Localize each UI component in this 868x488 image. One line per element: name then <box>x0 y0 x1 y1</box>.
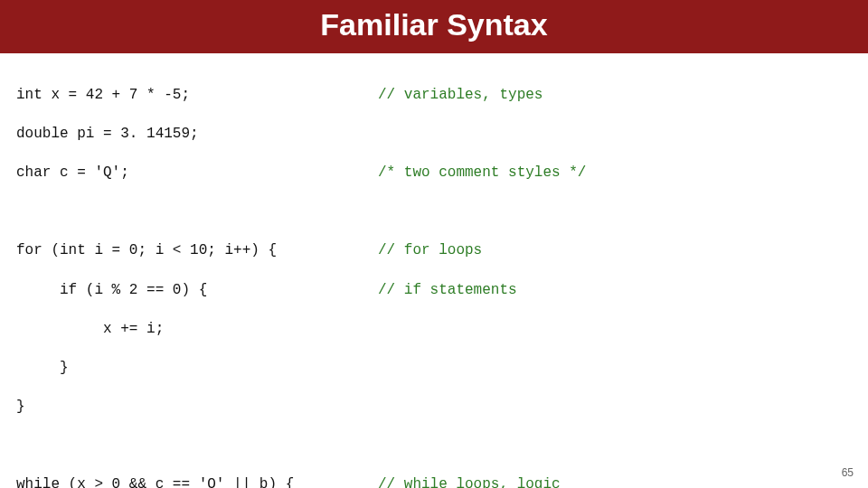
code-line: for (int i = 0; i < 10; i++) { <box>16 241 378 261</box>
page-number: 65 <box>842 466 854 479</box>
code-comment: // variables, types <box>378 86 852 106</box>
code-line: if (i % 2 == 0) { <box>16 281 378 301</box>
code-line: while (x > 0 && c == 'Q' || b) { <box>16 475 378 488</box>
code-comment: // for loops <box>378 241 852 261</box>
code-line: int x = 42 + 7 * -5; <box>16 86 378 106</box>
code-comment: /* two comment styles */ <box>378 164 852 183</box>
code-block: int x = 42 + 7 * -5;// variables, types … <box>0 53 868 488</box>
code-comment <box>378 125 852 145</box>
code-line: char c = 'Q'; <box>16 164 378 183</box>
code-comment: // while loops, logic <box>378 475 852 488</box>
code-line: } <box>16 398 378 418</box>
slide-title: Familiar Syntax <box>320 7 547 42</box>
code-line <box>16 436 378 456</box>
code-line <box>16 202 378 222</box>
slide-header: Familiar Syntax <box>0 0 868 53</box>
code-line: } <box>16 359 378 379</box>
code-line: double pi = 3. 14159; <box>16 125 378 145</box>
code-comment: // if statements <box>378 281 852 301</box>
code-line: x += i; <box>16 320 378 340</box>
